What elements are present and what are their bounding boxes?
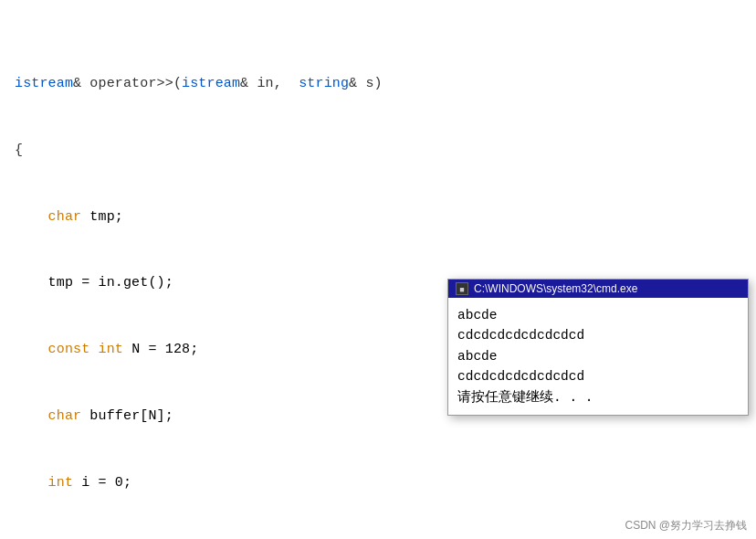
cmd-icon: ■ — [456, 282, 468, 295]
cmd-line-4: cdcdcdcdcdcdcdcd — [457, 366, 739, 386]
cmd-title: C:\WINDOWS\system32\cmd.exe — [474, 282, 637, 295]
line-char-tmp: char tmp; — [15, 206, 741, 229]
param-s: & s) — [349, 76, 383, 91]
type-istream2: istream — [182, 76, 240, 91]
code-content: istream& operator>>(istream& in, string&… — [0, 0, 756, 539]
cmd-line-5: 请按任意键继续. . . — [457, 387, 739, 407]
param-in: & in, — [240, 76, 299, 91]
watermark: CSDN @努力学习去挣钱 — [625, 518, 747, 534]
code-signature: istream& operator>>(istream& in, string&… — [15, 73, 741, 96]
code-editor: istream& operator>>(istream& in, string&… — [0, 0, 756, 539]
cmd-line-3: abcde — [457, 346, 739, 366]
line-brace-open: { — [15, 140, 741, 163]
cmd-line-2: cdcdcdcdcdcdcdcd — [457, 325, 739, 345]
line-int-i: int i = 0; — [15, 472, 741, 495]
type-istream1: istream — [15, 76, 73, 91]
cmd-titlebar: ■ C:\WINDOWS\system32\cmd.exe — [448, 280, 748, 298]
cmd-window: ■ C:\WINDOWS\system32\cmd.exe abcde cdcd… — [447, 279, 749, 416]
op-ref: & operator>>( — [73, 76, 182, 91]
cmd-line-1: abcde — [457, 305, 739, 325]
cmd-content: abcde cdcdcdcdcdcdcdcd abcde cdcdcdcdcdc… — [448, 298, 748, 415]
type-string: string — [299, 76, 349, 91]
